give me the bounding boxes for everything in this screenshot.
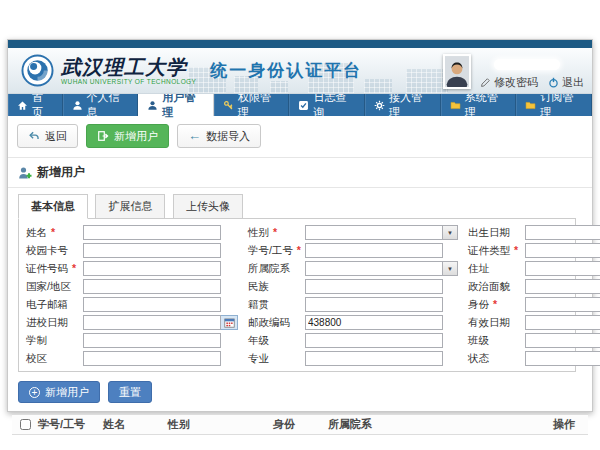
field-grade: 年级: [248, 333, 458, 348]
birth-date-input[interactable]: [525, 225, 600, 240]
nav-bar: 首页个人信息用户管理权限管理日志查询接入管理系统管理订阅管理: [8, 94, 592, 116]
nav-item-profile[interactable]: 个人信息: [63, 94, 139, 116]
add-user-submit-label: 新增用户: [45, 385, 89, 400]
nav-item-label: 系统管理: [465, 90, 507, 120]
valid-date-input[interactable]: [525, 315, 600, 330]
major-label: 专业: [248, 352, 305, 366]
email-input[interactable]: [83, 297, 221, 312]
department-control: ▼: [305, 261, 458, 276]
ethnicity-control: [305, 279, 443, 294]
field-email: 电子邮箱: [26, 297, 238, 312]
grade-input[interactable]: [305, 333, 443, 348]
chevron-down-icon[interactable]: ▼: [443, 225, 458, 240]
id-number-control: [83, 261, 221, 276]
address-input[interactable]: [525, 261, 600, 276]
required-asterisk: *: [72, 262, 76, 274]
class-label: 班级: [468, 334, 525, 348]
top-accent-bar: [8, 40, 592, 48]
add-user-toolbar-button[interactable]: 新增用户: [86, 124, 169, 148]
nav-item-label: 首页: [32, 90, 53, 120]
import-arrow-icon: ←: [188, 130, 201, 142]
plus-circle-icon: +: [29, 387, 40, 398]
campus-card-label: 校园卡号: [26, 244, 83, 258]
ethnicity-label: 民族: [248, 280, 305, 294]
name-label: 姓名 *: [26, 226, 83, 240]
table-header-identity: 身份: [269, 417, 324, 432]
power-icon: [548, 77, 559, 88]
postal-code-input[interactable]: [305, 315, 443, 330]
nav-item-home[interactable]: 首页: [8, 94, 63, 116]
entry-date-label: 进校日期: [26, 316, 83, 330]
field-id-type: 证件类型 *: [468, 243, 600, 258]
tab-extended-info[interactable]: 扩展信息: [95, 194, 165, 219]
data-import-label: 数据导入: [206, 129, 250, 144]
table-header-gender: 性别: [164, 417, 269, 432]
campus-input[interactable]: [83, 351, 221, 366]
folder-icon: [525, 100, 536, 111]
address-control: [525, 261, 600, 276]
department-input[interactable]: [305, 261, 443, 276]
tab-strip: 基本信息 扩展信息 上传头像: [8, 188, 592, 218]
back-button[interactable]: 返回: [17, 124, 78, 148]
logout-link[interactable]: 退出: [548, 75, 584, 90]
log-icon: [298, 100, 309, 111]
department-label: 所属院系: [248, 262, 305, 276]
add-user-section-icon: [18, 166, 32, 180]
header-banner: 武汉理工大学 WUHAN UNIVERSITY OF TECHNOLOGY 统一…: [8, 48, 592, 94]
add-user-submit-button[interactable]: + 新增用户: [18, 381, 100, 403]
user-name-redacted: [494, 59, 560, 70]
nav-item-access-management[interactable]: 接入管理: [365, 94, 441, 116]
change-password-link[interactable]: 修改密码: [480, 75, 538, 90]
major-control: [305, 351, 443, 366]
back-button-label: 返回: [45, 129, 67, 144]
select-all-checkbox[interactable]: [20, 419, 31, 430]
birth-date-control: [525, 225, 600, 240]
tab-upload-avatar[interactable]: 上传头像: [173, 194, 243, 219]
grade-control: [305, 333, 443, 348]
country-region-label: 国家/地区: [26, 280, 83, 294]
nav-item-user-management[interactable]: 用户管理: [138, 94, 214, 116]
logout-label: 退出: [562, 75, 584, 90]
calendar-icon[interactable]: [221, 315, 238, 330]
native-place-input[interactable]: [305, 297, 443, 312]
birth-date-label: 出生日期: [468, 226, 525, 240]
identity-control: [525, 297, 600, 312]
country-region-input[interactable]: [83, 279, 221, 294]
gear-icon: [374, 100, 385, 111]
section-header: 新增用户: [8, 158, 592, 188]
id-type-input[interactable]: [525, 243, 600, 258]
nav-item-label: 个人信息: [87, 90, 129, 120]
person-icon: [72, 100, 83, 111]
person-icon: [147, 100, 158, 111]
reset-button-label: 重置: [119, 385, 141, 400]
class-control: [525, 333, 600, 348]
add-user-toolbar-label: 新增用户: [114, 129, 158, 144]
status-input[interactable]: [525, 351, 600, 366]
major-input[interactable]: [305, 351, 443, 366]
ethnicity-input[interactable]: [305, 279, 443, 294]
field-campus: 校区: [26, 351, 238, 366]
student-id-input[interactable]: [305, 243, 443, 258]
required-asterisk: *: [273, 226, 277, 238]
data-import-button[interactable]: ← 数据导入: [177, 124, 261, 148]
schooling-length-label: 学制: [26, 334, 83, 348]
schooling-length-input[interactable]: [83, 333, 221, 348]
tab-basic-info[interactable]: 基本信息: [18, 194, 88, 219]
nav-item-subscription-management[interactable]: 订阅管理: [516, 94, 592, 116]
political-status-input[interactable]: [525, 279, 600, 294]
folder-icon: [450, 100, 461, 111]
reset-button[interactable]: 重置: [108, 381, 152, 403]
nav-item-permission-management[interactable]: 权限管理: [214, 94, 290, 116]
chevron-down-icon[interactable]: ▼: [443, 261, 458, 276]
postal-code-label: 邮政编码: [248, 316, 305, 330]
gender-input[interactable]: [305, 225, 443, 240]
class-input[interactable]: [525, 333, 600, 348]
campus-card-input[interactable]: [83, 243, 221, 258]
nav-item-system-management[interactable]: 系统管理: [441, 94, 517, 116]
name-input[interactable]: [83, 225, 221, 240]
nav-item-log-query[interactable]: 日志查询: [289, 94, 365, 116]
id-number-input[interactable]: [83, 261, 221, 276]
entry-date-input[interactable]: [83, 315, 221, 330]
field-schooling-length: 学制: [26, 333, 238, 348]
identity-input[interactable]: [525, 297, 600, 312]
